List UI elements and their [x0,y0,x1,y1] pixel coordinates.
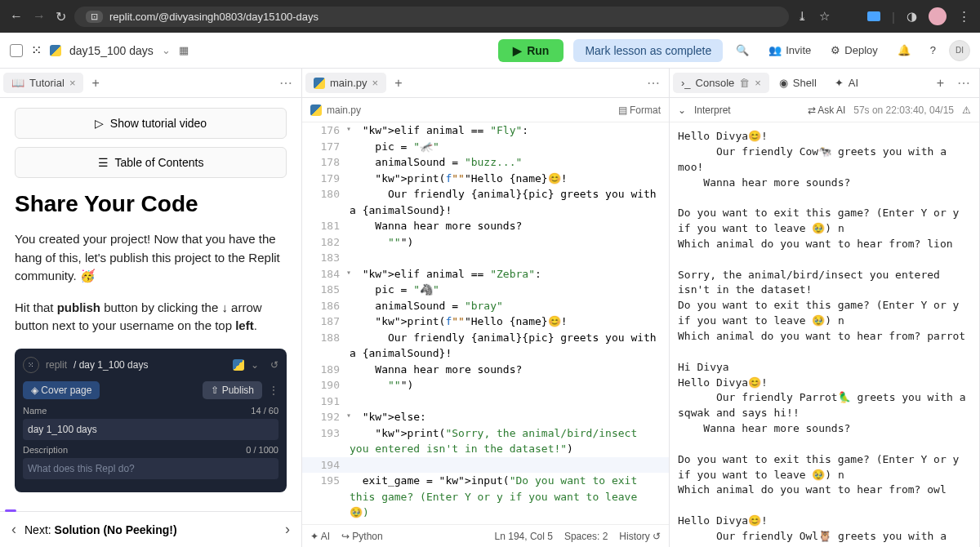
python-icon [314,78,325,89]
install-icon[interactable]: ⤓ [797,9,808,24]
code-line[interactable]: 192▾ "kw">else: [302,409,669,425]
notifications-icon[interactable]: 🔔 [891,40,917,60]
tutorial-panel: 📖 Tutorial × + ⋯ ▷ Show tutorial video ☰… [0,69,302,547]
close-icon[interactable]: × [69,77,76,89]
code-line[interactable]: 195 exit_game = "kw">input("Do you want … [302,473,669,521]
code-line[interactable]: 193 "kw">print("Sorry, the animal/bird/i… [302,425,669,457]
code-line[interactable]: 186 animalSound = "bray" [302,298,669,314]
interpret-label[interactable]: Interpret [694,105,731,116]
history-icon: ↺ [270,359,278,371]
book-icon: 📖 [11,77,24,89]
cursor-position[interactable]: Ln 194, Col 5 [495,531,553,542]
add-tab-button[interactable]: + [930,73,951,94]
reload-icon[interactable]: ↻ [56,9,66,24]
fold-icon[interactable]: ▾ [346,122,351,135]
close-icon[interactable]: × [372,77,379,89]
indent-setting[interactable]: Spaces: 2 [564,531,608,542]
add-tab-button[interactable]: + [85,73,105,94]
user-avatar[interactable]: DI [949,40,970,61]
show-video-button[interactable]: ▷ Show tutorial video [15,108,287,139]
tab-label: main.py [330,77,368,89]
divider: | [892,10,895,24]
tab-tutorial[interactable]: 📖 Tutorial × [3,73,83,93]
code-line[interactable]: 185 pic = "🦓" [302,282,669,298]
ai-indicator[interactable]: ✦ AI [310,531,330,542]
profile-avatar[interactable] [929,7,947,25]
chevron-down-icon[interactable]: ⌄ [678,105,686,116]
console-panel: ›_ Console 🗑 × ◉ Shell ✦ AI + ⋯ ⌄ Interp… [670,69,980,547]
layout-icon[interactable]: ▦ [179,44,189,56]
console-output[interactable]: Hello Divya😊! Our friendly Cow🐄 greets y… [670,122,979,547]
top-bar: ⁙ day15_100 days ⌄ ▦ ▶ Run Mark lesson a… [0,33,980,69]
browser-actions: ⤓ ☆ | ◑ ⋮ [797,7,970,25]
panel-menu-icon[interactable]: ⋯ [952,75,976,91]
mark-complete-button[interactable]: Mark lesson as complete [573,39,723,62]
search-icon[interactable]: 🔍 [729,40,755,60]
back-icon[interactable]: ← [10,9,23,24]
panel-menu-icon[interactable]: ⋯ [642,75,666,91]
ask-ai-button[interactable]: ⇄ Ask AI [808,105,846,116]
code-line[interactable]: 179 "kw">print(f"""Hello {name}😊! [302,171,669,187]
tab-icon[interactable] [867,11,880,21]
url-bar[interactable]: ⊡ replit.com/@divyasingh0803/day15100-da… [74,7,789,27]
tab-shell[interactable]: ◉ Shell [771,73,825,93]
editor-status-bar: ✦ AI ↪ Python Ln 194, Col 5 Spaces: 2 Hi… [302,524,669,547]
code-line[interactable]: 194 [302,457,669,474]
code-line[interactable]: 181 Wanna hear more sounds? [302,218,669,234]
fold-icon[interactable]: ▾ [346,409,351,421]
menu-icon[interactable]: ⋮ [958,9,970,24]
tab-file[interactable]: main.py × [305,73,386,93]
code-line[interactable]: 188 Our friendly {animal}{pic} greets yo… [302,330,669,362]
tutorial-paragraph: You created your project! Now that you h… [15,230,287,286]
chevron-down-icon[interactable]: ⌄ [162,44,171,56]
panel-menu-icon[interactable]: ⋯ [274,75,298,91]
tab-ai[interactable]: ✦ AI [826,73,866,93]
code-line[interactable]: 191 [302,394,669,410]
code-line[interactable]: 183 [302,250,669,266]
invite-button[interactable]: 👥Invite [762,40,817,60]
next-icon[interactable]: › [285,521,290,538]
next-lesson-bar[interactable]: ‹ Next: Solution (No Peeking!) › [0,511,301,547]
code-line[interactable]: 178 animalSound = "buzz..." [302,154,669,171]
python-icon [233,359,244,371]
toc-button[interactable]: ☰ Table of Contents [15,147,287,178]
code-line[interactable]: 189 Wanna hear more sounds? [302,362,669,378]
breadcrumb[interactable]: main.py [327,105,361,116]
bookmark-icon[interactable]: ☆ [819,9,830,24]
close-icon[interactable]: × [755,77,761,89]
url-text: replit.com/@divyasingh0803/day15100-days [109,11,318,23]
chevron-down-icon: ⌄ [251,359,259,371]
code-line[interactable]: 187 "kw">print(f"""Hello {name}😊! [302,314,669,330]
browser-nav: ← → ↻ [10,9,66,24]
forward-icon[interactable]: → [33,9,46,24]
tutorial-heading: Share Your Code [15,191,287,217]
run-button[interactable]: ▶ Run [498,39,564,62]
code-line[interactable]: 182 """) [302,234,669,251]
help-icon[interactable]: ? [924,40,942,60]
browser-chrome: ← → ↻ ⊡ replit.com/@divyasingh0803/day15… [0,0,980,33]
format-button[interactable]: ▤ Format [618,105,661,116]
history-button[interactable]: History ↺ [619,531,661,542]
replit-logo-icon[interactable]: ⁙ [31,42,42,58]
site-info-icon[interactable]: ⊡ [86,11,103,23]
replit-logo-icon: ⁙ [23,357,39,373]
python-icon [310,105,322,116]
code-line[interactable]: 180 Our friendly {animal}{pic} greets yo… [302,186,669,218]
fold-icon[interactable]: ▾ [346,266,351,278]
warning-icon[interactable]: ⚠ [962,105,971,116]
trash-icon[interactable]: 🗑 [739,77,750,89]
checkbox-icon[interactable] [10,44,23,57]
code-line[interactable]: 177 pic = "🦟" [302,139,669,155]
prev-icon[interactable]: ‹ [11,521,16,538]
tab-console[interactable]: ›_ Console 🗑 × [673,73,769,93]
rocket-icon: ⚙ [831,44,840,56]
code-line[interactable]: 190 """) [302,377,669,394]
language-indicator[interactable]: ↪ Python [341,531,383,542]
code-line[interactable]: 184▾ "kw">elif animal == "Zebra": [302,266,669,282]
code-editor[interactable]: 176▾ "kw">elif animal == "Fly":177 pic =… [302,122,669,524]
add-tab-button[interactable]: + [388,73,408,94]
extension-icon[interactable]: ◑ [906,9,917,24]
project-name[interactable]: day15_100 days [69,44,154,57]
deploy-button[interactable]: ⚙Deploy [824,40,884,60]
code-line[interactable]: 176▾ "kw">elif animal == "Fly": [302,122,669,139]
